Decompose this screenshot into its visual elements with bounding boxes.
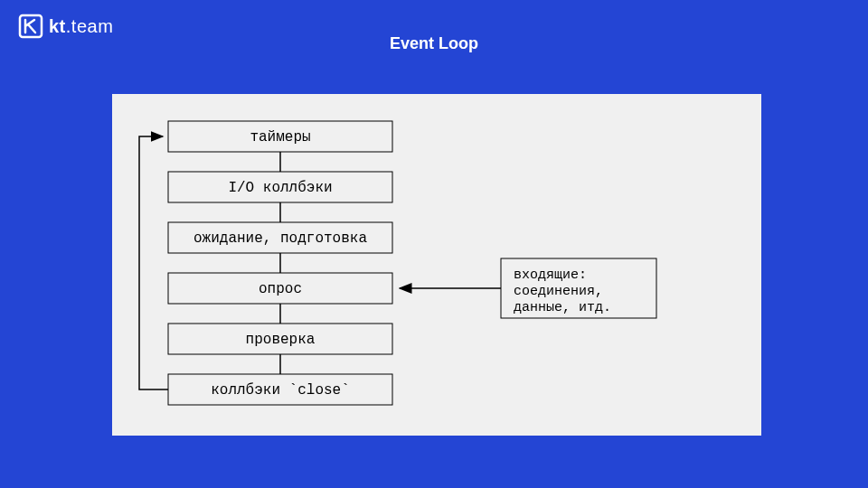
svg-text:проверка: проверка bbox=[246, 332, 316, 348]
svg-text:коллбэки `close`: коллбэки `close` bbox=[211, 382, 350, 399]
svg-text:данные, итд.: данные, итд. bbox=[514, 300, 611, 315]
svg-text:опрос: опрос bbox=[259, 281, 302, 297]
phase-timers: таймеры bbox=[168, 121, 392, 152]
brand-logo: kt.team bbox=[18, 14, 113, 39]
phase-poll: опрос bbox=[168, 273, 392, 304]
incoming-box: входящие: соединения, данные, итд. bbox=[501, 258, 656, 318]
kt-logo-icon bbox=[18, 14, 43, 39]
slide-title: Event Loop bbox=[390, 34, 478, 53]
phase-idle-prepare: ожидание, подготовка bbox=[168, 222, 392, 253]
phase-close-callbacks: коллбэки `close` bbox=[168, 374, 392, 405]
svg-text:I/O коллбэки: I/O коллбэки bbox=[228, 180, 332, 196]
brand-name: kt.team bbox=[49, 16, 113, 37]
loop-back-arrow bbox=[139, 136, 168, 389]
svg-text:входящие:: входящие: bbox=[514, 267, 587, 283]
phase-check: проверка bbox=[168, 324, 392, 354]
svg-text:ожидание, подготовка: ожидание, подготовка bbox=[193, 230, 367, 247]
svg-text:соединения,: соединения, bbox=[514, 284, 603, 299]
event-loop-diagram: таймеры I/O коллбэки ожидание, подготовк… bbox=[112, 94, 761, 436]
svg-text:таймеры: таймеры bbox=[250, 129, 310, 145]
phase-io-callbacks: I/O коллбэки bbox=[168, 172, 392, 202]
